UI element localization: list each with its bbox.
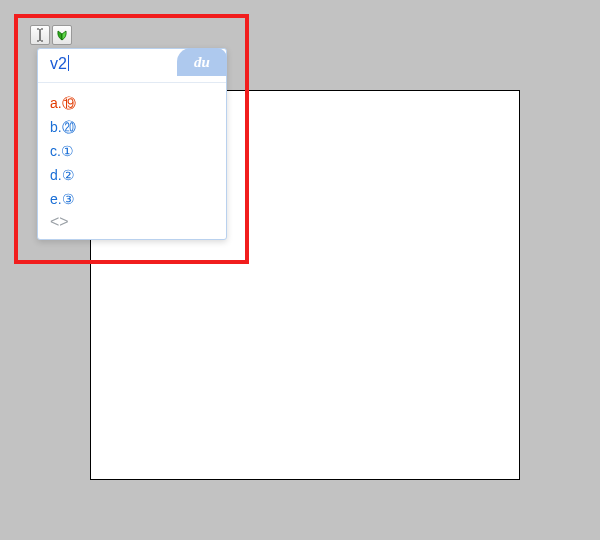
ime-caret	[68, 55, 69, 71]
insert-arrow-icon	[55, 28, 69, 42]
ime-candidate-value: ⑲	[62, 95, 76, 111]
text-cursor-icon	[35, 28, 45, 42]
ime-candidate-item[interactable]: e.③	[50, 187, 214, 211]
ime-candidate-value: ②	[62, 167, 75, 183]
text-cursor-tool[interactable]	[30, 25, 50, 45]
ime-candidate-key: a.	[50, 95, 62, 111]
ime-composition-value: v2	[50, 55, 67, 72]
ime-candidate-key: c.	[50, 143, 61, 159]
ime-brand-tab: du	[177, 48, 227, 76]
ime-candidate-value: ①	[61, 143, 74, 159]
floating-toolbar	[30, 25, 72, 45]
ime-candidate-key: e.	[50, 191, 62, 207]
ime-brand-label: du	[194, 54, 210, 71]
ime-candidate-key: d.	[50, 167, 62, 183]
ime-candidate-list: a.⑲ b.⑳ c.① d.② e.③ <>	[38, 83, 226, 239]
insert-arrow-tool[interactable]	[52, 25, 72, 45]
ime-candidate-value: ③	[62, 191, 75, 207]
ime-candidate-key: b.	[50, 119, 62, 135]
ime-candidate-item[interactable]: a.⑲	[50, 91, 214, 115]
ime-candidate-item[interactable]: b.⑳	[50, 115, 214, 139]
ime-candidate-item[interactable]: d.②	[50, 163, 214, 187]
ime-candidate-value: ⑳	[62, 119, 76, 135]
ime-candidate-popup: du v2 a.⑲ b.⑳ c.① d.② e.③ <>	[37, 48, 227, 240]
ime-more-label: <>	[50, 213, 69, 230]
ime-composition-text[interactable]: v2	[50, 55, 69, 73]
ime-input-row: du v2	[38, 49, 226, 83]
ime-more-toggle[interactable]: <>	[50, 211, 214, 233]
ime-candidate-item[interactable]: c.①	[50, 139, 214, 163]
